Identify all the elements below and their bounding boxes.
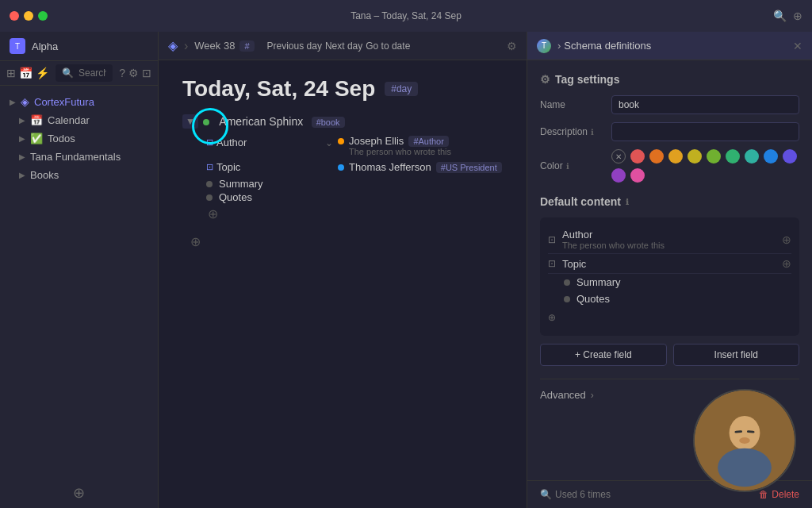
presenter-avatar (693, 389, 796, 492)
grid-icon[interactable]: ⊡ (142, 67, 151, 79)
add-page-button[interactable]: ⊕ (73, 484, 85, 502)
calendar-icon[interactable]: 📅 (19, 67, 33, 79)
summary-label[interactable]: Summary (219, 178, 263, 190)
author-tag[interactable]: #Author (408, 136, 449, 147)
week-tag[interactable]: # (239, 40, 254, 52)
description-label: Description ℹ (540, 126, 611, 137)
color-orange[interactable] (649, 149, 664, 164)
next-day-button[interactable]: Next day (325, 40, 362, 52)
sidebar-item-books[interactable]: ▶ Books (0, 166, 158, 184)
prev-day-button[interactable]: Previous day (267, 40, 322, 52)
name-row: Name (540, 95, 799, 114)
dc-quotes-label: Quotes (576, 293, 610, 305)
sidebar-item-todos[interactable]: ▶ ✅ Todos (0, 129, 158, 148)
panel-close-button[interactable]: ✕ (793, 40, 802, 52)
node-title[interactable]: American Sphinx (219, 115, 303, 128)
color-blue[interactable] (764, 149, 778, 164)
sidebar-item-tana-fundamentals[interactable]: ▶ Tana Fundamentals (0, 148, 158, 166)
color-yellow[interactable] (688, 149, 702, 164)
topic-label: Topic (216, 161, 240, 173)
name-input[interactable] (611, 95, 799, 114)
dc-summary-row: Summary (564, 274, 791, 291)
panel-header: T › Schema definitions ✕ (527, 32, 812, 60)
extension-icon[interactable]: ⊕ (793, 10, 802, 22)
settings-icon[interactable]: ⚙ (128, 67, 139, 79)
sidebar-logo: T (10, 38, 25, 54)
add-node-button[interactable]: ⊕ (190, 234, 503, 249)
advanced-chevron-icon: › (591, 390, 594, 401)
color-pink[interactable] (630, 168, 645, 183)
breadcrumb-sep: › (184, 39, 188, 53)
search-icon[interactable]: 🔍 (773, 10, 787, 22)
topic-field-icon: ⊡ (206, 162, 213, 172)
create-field-button[interactable]: + Create field (540, 344, 667, 366)
color-indigo[interactable] (783, 149, 797, 164)
window-title: Tana – Today, Sat, 24 Sep (350, 10, 462, 21)
lightning-icon[interactable]: ⚡ (36, 67, 49, 79)
maximize-button[interactable] (38, 11, 48, 21)
sidebar-nav: ▶ ◈ CortexFutura ▶ 📅 Calendar ▶ ✅ Todos … (0, 86, 158, 478)
insert-field-button[interactable]: Insert field (673, 344, 800, 366)
panel-breadcrumb: › Schema definitions (557, 40, 651, 52)
svg-point-1 (730, 416, 760, 450)
nav-label: Books (30, 169, 59, 181)
color-red[interactable] (630, 149, 645, 164)
name-value[interactable] (611, 95, 799, 114)
sidebar-footer: ⊕ (0, 478, 158, 508)
default-content-list: ⊡ Author The person who wrote this ⊕ ⊡ T… (540, 217, 799, 336)
topic-value[interactable]: Thomas Jefferson (349, 161, 431, 173)
topic-field-row: ⊡ Topic Thomas Jefferson #US President (206, 161, 503, 173)
app-body: T Alpha ⊞ 📅 ⚡ 🔍 ? ⚙ ⊡ ▶ ◈ CortexFutura ▶… (0, 32, 812, 508)
minimize-button[interactable] (24, 11, 33, 21)
author-value-dot (338, 138, 344, 144)
color-label: Color ℹ (540, 160, 611, 171)
search-input[interactable] (79, 67, 106, 79)
color-green[interactable] (726, 149, 740, 164)
close-button[interactable] (10, 11, 19, 21)
page-tag[interactable]: #day (385, 82, 418, 96)
sidebar: T Alpha ⊞ 📅 ⚡ 🔍 ? ⚙ ⊡ ▶ ◈ CortexFutura ▶… (0, 32, 159, 508)
color-amber[interactable] (668, 149, 683, 164)
dc-author-add-button[interactable]: ⊕ (782, 233, 791, 246)
add-field-button[interactable]: ⊕ (206, 206, 503, 221)
quotes-bullet (206, 194, 213, 201)
delete-button[interactable]: 🗑 Delete (759, 489, 799, 500)
search-box[interactable]: 🔍 (56, 64, 113, 82)
author-value[interactable]: Joseph Ellis (349, 135, 404, 147)
quotes-row: Quotes (206, 191, 503, 203)
description-value[interactable] (611, 122, 799, 141)
page-title-text: Today, Sat, 24 Sep (182, 76, 375, 102)
sidebar-toggle-icon[interactable]: ⊞ (6, 67, 16, 79)
calendar-emoji: 📅 (30, 114, 43, 126)
dc-topic-add-button[interactable]: ⊕ (782, 257, 791, 270)
description-input[interactable] (611, 122, 799, 141)
node-fields: ⊡ Author ⌄ Joseph Ellis #Author The pers… (206, 135, 503, 221)
panel-icon: T (537, 39, 551, 53)
description-info-icon: ℹ (591, 128, 594, 137)
chevron-icon: ▶ (19, 134, 25, 143)
main-area: ◈ › Week 38 # Previous day Next day Go t… (159, 32, 527, 508)
quotes-label[interactable]: Quotes (219, 191, 252, 203)
search-icon: 🔍 (62, 67, 74, 79)
dc-topic-row: ⊡ Topic ⊕ (548, 254, 791, 274)
color-purple[interactable] (611, 168, 626, 183)
color-teal[interactable] (745, 149, 759, 164)
help-icon[interactable]: ? (119, 67, 125, 79)
summary-bullet (206, 181, 213, 187)
workspace-icon: ◈ (21, 95, 29, 108)
collapse-button[interactable]: ▼ (182, 114, 198, 129)
author-expand-icon[interactable]: ⌄ (325, 137, 333, 148)
color-lime[interactable] (707, 149, 721, 164)
author-value-area: Joseph Ellis #Author The person who wrot… (338, 135, 503, 156)
week-label: Week 38 (194, 40, 235, 52)
topic-tag[interactable]: #US President (436, 162, 502, 173)
options-icon[interactable]: ⚙ (507, 40, 517, 52)
color-clear-button[interactable]: ✕ (611, 149, 626, 164)
sidebar-item-cortexfutura[interactable]: ▶ ◈ CortexFutura (0, 92, 158, 111)
sidebar-item-calendar[interactable]: ▶ 📅 Calendar (0, 111, 158, 129)
goto-date-button[interactable]: Go to date (366, 40, 410, 52)
panel-sep: › (557, 40, 561, 52)
svg-point-5 (739, 437, 750, 444)
book-tag[interactable]: #book (312, 117, 345, 128)
dc-add-area[interactable]: ⊕ (548, 307, 791, 328)
